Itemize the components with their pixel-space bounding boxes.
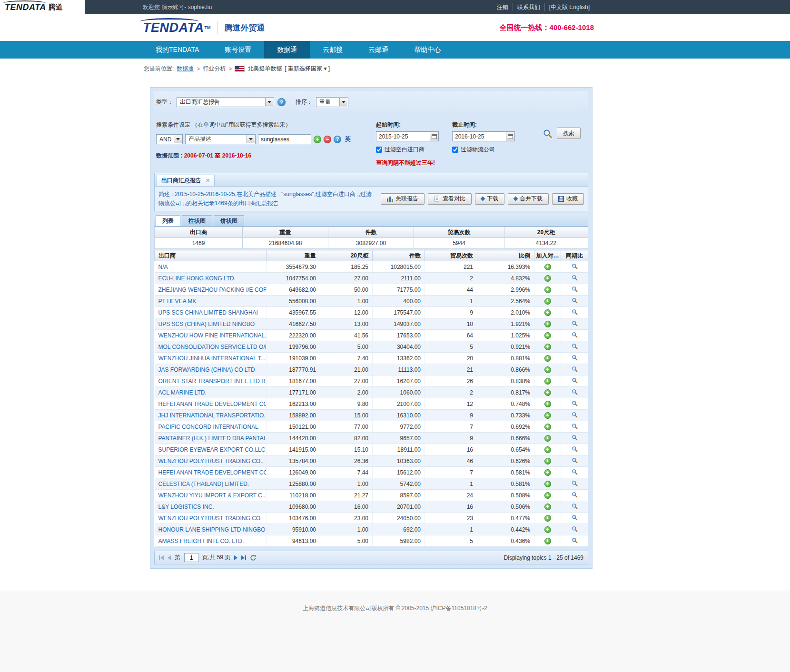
exporter-name-link[interactable]: JHJ INTERNATIONAL TRANSPORTATIO... <box>158 412 267 419</box>
add-to-compare-icon[interactable]: + <box>544 401 551 407</box>
remove-condition-icon[interactable]: − <box>324 136 331 143</box>
add-to-compare-icon[interactable]: + <box>544 458 551 464</box>
exporter-name-link[interactable]: WENZHOU POLYTRUST TRADING CO., ... <box>158 458 267 464</box>
refresh-button[interactable] <box>250 554 257 561</box>
magnifier-icon[interactable] <box>572 366 578 372</box>
magnifier-icon[interactable] <box>572 320 578 326</box>
exporter-name-link[interactable]: ACL MARINE LTD. <box>158 389 207 396</box>
magnifier-icon[interactable] <box>572 309 578 315</box>
tab-pie-chart[interactable]: 饼状图 <box>214 215 244 226</box>
exporter-name-link[interactable]: JAS FORWARDING (CHINA) CO LTD <box>158 366 255 373</box>
logout-link[interactable]: 注销 <box>493 3 513 11</box>
exporter-name-link[interactable]: L&Y LOGISTICS INC. <box>158 504 214 510</box>
language-switch-link[interactable]: 英 <box>345 135 351 143</box>
magnifier-icon[interactable] <box>572 275 578 281</box>
start-date-input[interactable]: 2015-10-25 <box>376 131 439 141</box>
filter-blank-checkbox[interactable] <box>376 147 382 153</box>
prev-page-button[interactable] <box>168 555 171 560</box>
nav-item-data-hub[interactable]: 数据通 <box>264 41 310 59</box>
add-to-compare-icon[interactable]: + <box>544 526 551 533</box>
column-header-teu[interactable]: 20尺柜 <box>320 250 373 261</box>
magnifier-icon[interactable] <box>572 457 578 464</box>
exporter-name-link[interactable]: WENZHOU HOW FINE INTERNATIONAL... <box>158 332 267 339</box>
exporter-name-link[interactable]: ORIENT STAR TRANSPORT INT L LTD RM <box>158 378 267 385</box>
page-input[interactable] <box>184 553 198 562</box>
magnifier-icon[interactable] <box>572 355 578 361</box>
magnifier-icon[interactable] <box>572 400 578 406</box>
magnifier-icon[interactable] <box>572 435 578 441</box>
exporter-name-link[interactable]: WENZHOU POLYTRUST TRADING CO <box>158 515 261 522</box>
end-date-input[interactable]: 2016-10-25 <box>452 131 515 141</box>
exporter-name-link[interactable]: PACIFIC CONCORD INTERNATIONAL <box>158 424 258 430</box>
add-to-compare-icon[interactable]: + <box>544 515 551 522</box>
sort-select[interactable]: 重量 <box>316 97 348 107</box>
magnifier-icon[interactable] <box>572 469 578 475</box>
exporter-name-link[interactable]: AMASS FREIGHT INTL CO. LTD. <box>158 538 244 544</box>
magnifier-icon[interactable] <box>572 446 578 452</box>
add-to-compare-icon[interactable]: + <box>544 344 551 350</box>
chevron-down-icon[interactable] <box>247 135 255 143</box>
add-to-compare-icon[interactable]: + <box>544 412 551 419</box>
column-header-exporter[interactable]: 出口商 <box>155 250 267 261</box>
add-to-compare-icon[interactable]: + <box>544 481 551 487</box>
magnifier-icon[interactable] <box>572 514 578 521</box>
exporter-name-link[interactable]: SUPERIOR EYEWEAR EXPORT CO.LLC <box>158 446 266 453</box>
exporter-name-link[interactable]: HONOUR LANE SHIPPING LTD-NINGBO <box>158 526 266 533</box>
condition-help-icon[interactable]: ? <box>334 136 341 143</box>
nav-item-help-center[interactable]: 帮助中心 <box>401 41 454 59</box>
magnifier-icon[interactable] <box>572 480 578 486</box>
add-to-compare-icon[interactable]: + <box>544 298 551 305</box>
nav-item-cloud-mail[interactable]: 云邮通 <box>356 41 401 59</box>
exporter-name-link[interactable]: HEFEI ANAN TRADE DEVELOPMENT CO... <box>158 401 267 407</box>
tab-list[interactable]: 列表 <box>156 215 180 226</box>
report-tab[interactable]: 出口商汇总报告 ✕ <box>157 175 215 186</box>
add-to-compare-icon[interactable]: + <box>544 378 551 385</box>
add-to-compare-icon[interactable]: + <box>544 309 551 316</box>
chevron-down-icon[interactable] <box>265 98 273 106</box>
add-to-compare-icon[interactable]: + <box>544 446 551 453</box>
exporter-name-link[interactable]: UPS SCS CHINA LIMITED SHANGHAI <box>158 309 258 316</box>
magnifier-icon[interactable] <box>572 389 578 395</box>
search-field-select[interactable]: 产品描述 <box>185 134 256 144</box>
exporter-name-link[interactable]: PANTAINER (H.K.) LIMITED DBA PANTAI <box>158 435 265 442</box>
nav-item-my-tendata[interactable]: 我的TENDATA <box>143 41 212 59</box>
chevron-down-icon[interactable] <box>339 98 347 106</box>
add-to-compare-icon[interactable]: + <box>544 264 551 270</box>
type-help-icon[interactable]: ? <box>277 98 286 106</box>
calendar-button[interactable] <box>430 132 438 141</box>
magnifier-icon[interactable] <box>572 286 578 292</box>
report-type-select[interactable]: 出口商汇总报告 <box>177 97 274 107</box>
magnifier-icon[interactable] <box>572 412 578 418</box>
magnifier-icon[interactable] <box>572 492 578 498</box>
exporter-name-link[interactable]: HEFEI ANAN TRADE DEVELOPMENT CO... <box>158 469 267 476</box>
exporter-name-link[interactable]: ZHEJIANG WENZHOU PACKING I/E CORP. <box>158 287 267 293</box>
search-button[interactable]: 搜索 <box>557 128 581 139</box>
next-page-button[interactable] <box>234 555 237 560</box>
magnifier-icon[interactable] <box>572 537 578 544</box>
magnifier-icon[interactable] <box>572 263 578 269</box>
exporter-name-link[interactable]: ECU-LINE HONG KONG LTD. <box>158 275 236 282</box>
last-page-button[interactable] <box>241 555 246 560</box>
calendar-button[interactable] <box>506 132 514 141</box>
exporter-name-link[interactable]: N/A <box>158 264 168 270</box>
merge-download-button[interactable]: 合并下载 <box>508 193 549 205</box>
first-page-button[interactable] <box>159 555 164 560</box>
reselect-country-link[interactable]: [ 重新选择国家 ▾ ] <box>285 65 330 73</box>
column-header-trades[interactable]: 贸易次数 <box>425 250 477 261</box>
column-header-weight[interactable]: 重量 <box>267 250 320 261</box>
add-to-compare-icon[interactable]: + <box>544 435 551 442</box>
exporter-name-link[interactable]: PT HEVEA MK <box>158 298 197 305</box>
tab-bar-chart[interactable]: 柱状图 <box>182 215 212 226</box>
exporter-name-link[interactable]: CELESTICA (THAILAND) LIMITED. <box>158 481 249 487</box>
column-header-quantity[interactable]: 件数 <box>373 250 425 261</box>
exporter-name-link[interactable]: UPS SCS (CHINA) LIMITED NINGBO <box>158 321 255 327</box>
add-to-compare-icon[interactable]: + <box>544 469 551 476</box>
magnifier-icon[interactable] <box>572 343 578 349</box>
magnifier-icon[interactable] <box>572 423 578 429</box>
breadcrumb-link-data-hub[interactable]: 数据通 <box>177 65 194 73</box>
add-to-compare-icon[interactable]: + <box>544 366 551 373</box>
add-to-compare-icon[interactable]: + <box>544 332 551 339</box>
add-to-compare-icon[interactable]: + <box>544 355 551 362</box>
magnifier-icon[interactable] <box>572 297 578 304</box>
add-to-compare-icon[interactable]: + <box>544 492 551 499</box>
